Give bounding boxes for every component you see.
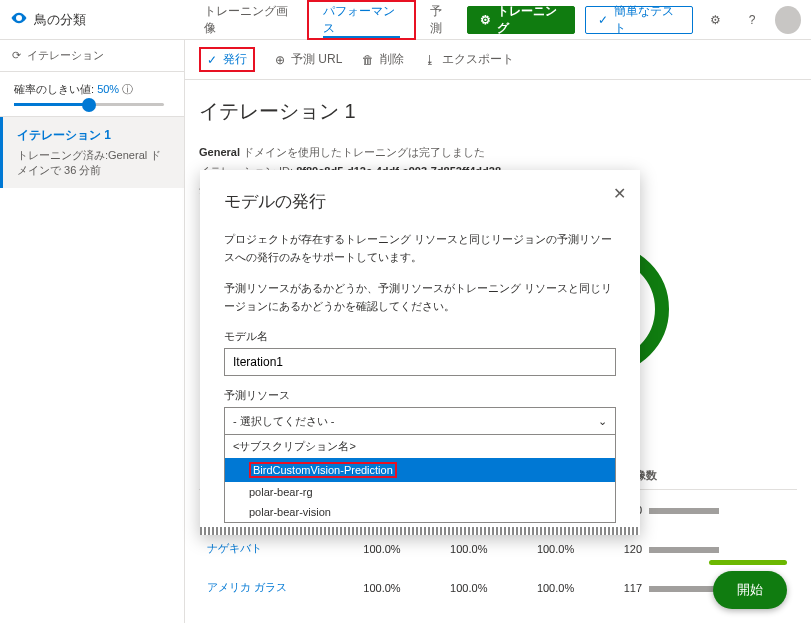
sidebar-heading-text: イテレーション (27, 48, 104, 63)
project-title: 鳥の分類 (34, 11, 86, 29)
check-icon: ✓ (598, 13, 608, 27)
publish-button[interactable]: ✓ 発行 (199, 47, 255, 72)
precision-cell: 100.0% (355, 568, 442, 607)
quick-test-button[interactable]: ✓ 簡単なテスト (585, 6, 693, 34)
modal-title: モデルの発行 (224, 190, 616, 213)
tag-cell[interactable]: アメリカ ガラス (199, 568, 355, 607)
avatar[interactable] (775, 6, 801, 34)
resize-handle[interactable] (200, 527, 640, 535)
tab-training-images[interactable]: トレーニング画像 (190, 0, 307, 40)
table-row: アメリカ ガラス100.0%100.0%100.0%117 (199, 568, 797, 607)
resource-option[interactable]: BirdCustomVision-Prediction (225, 458, 615, 482)
model-name-input[interactable] (224, 348, 616, 376)
export-button[interactable]: ⭳ エクスポート (424, 51, 514, 68)
globe-icon: ⊕ (275, 53, 285, 67)
page-title: イテレーション 1 (199, 98, 797, 125)
progress-track (709, 560, 787, 565)
tab-predictions[interactable]: 予測 (416, 0, 466, 40)
modal-text-1: プロジェクトが存在するトレーニング リソースと同じリージョンの予測リソースへの発… (224, 231, 616, 266)
close-icon[interactable]: ✕ (613, 184, 626, 203)
delete-button[interactable]: 🗑 削除 (362, 51, 404, 68)
resource-option[interactable]: polar-bear-vision (225, 502, 615, 522)
iteration-item[interactable]: イテレーション 1 トレーニング済み:General ドメインで 36 分前 (0, 117, 184, 188)
prediction-url-button[interactable]: ⊕ 予測 URL (275, 51, 342, 68)
model-name-label: モデル名 (224, 329, 616, 344)
threshold-label: 確率のしきい値: 50% ⓘ (14, 82, 170, 97)
resource-select[interactable]: - 選択してください - ⌄ (224, 407, 616, 435)
images-cell: 120 (616, 490, 797, 530)
th-images[interactable]: 画像数 (616, 462, 797, 490)
quick-test-label: 簡単なテスト (614, 3, 680, 37)
chevron-down-icon: ⌄ (598, 415, 607, 428)
iteration-name: イテレーション 1 (17, 127, 170, 144)
eye-icon (10, 9, 28, 30)
refresh-icon: ⟳ (12, 49, 21, 62)
help-icon[interactable]: ? (739, 6, 765, 34)
resource-option[interactable]: polar-bear-rg (225, 482, 615, 502)
tab-performance[interactable]: パフォーマンス (307, 0, 417, 40)
gear-icon: ⚙ (480, 13, 491, 27)
settings-icon[interactable]: ⚙ (703, 6, 729, 34)
resource-label: 予測リソース (224, 388, 616, 403)
modal-text-2: 予測リソースがあるかどうか、予測リソースがトレーニング リソースと同じリージョン… (224, 280, 616, 315)
recall-cell: 100.0% (442, 568, 529, 607)
train-button[interactable]: ⚙ トレーニング (467, 6, 576, 34)
sidebar-heading: ⟳ イテレーション (0, 40, 184, 72)
ap-cell: 100.0% (529, 568, 616, 607)
iteration-meta: トレーニング済み:General ドメインで 36 分前 (17, 148, 170, 178)
download-icon: ⭳ (424, 53, 436, 67)
resource-dropdown: <サブスクリプション名> BirdCustomVision-Prediction… (224, 435, 616, 523)
trained-domain: General ドメインを使用したトレーニングは完了しました (199, 143, 797, 162)
subscription-group-label: <サブスクリプション名> (225, 435, 615, 458)
start-fab[interactable]: 開始 (713, 571, 787, 609)
check-icon: ✓ (207, 53, 217, 67)
info-icon[interactable]: ⓘ (122, 83, 133, 95)
publish-model-dialog: ✕ モデルの発行 プロジェクトが存在するトレーニング リソースと同じリージョンの… (200, 170, 640, 535)
train-label: トレーニング (497, 3, 563, 37)
trash-icon: 🗑 (362, 53, 374, 67)
threshold-slider[interactable] (14, 103, 164, 106)
